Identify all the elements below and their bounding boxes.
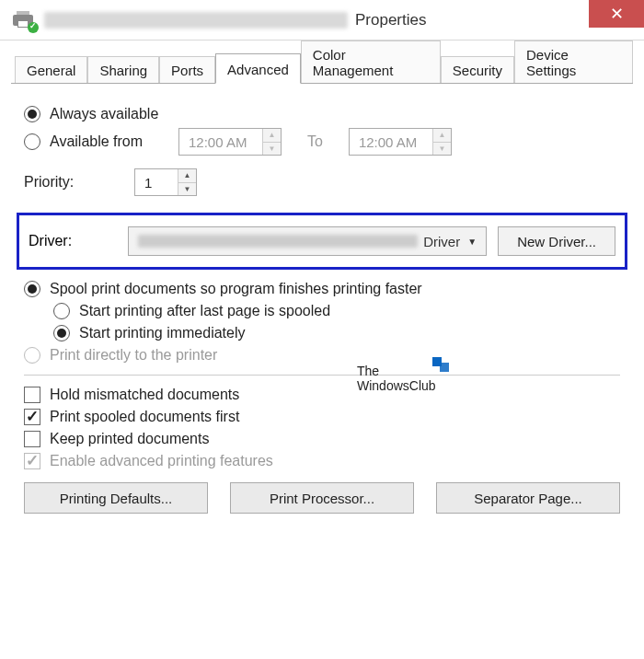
tab-ports[interactable]: Ports — [159, 56, 215, 83]
title-redacted — [44, 12, 348, 29]
chevron-up-icon[interactable]: ▲ — [178, 169, 196, 182]
tab-general[interactable]: General — [15, 56, 87, 83]
separator-page-button[interactable]: Separator Page... — [436, 482, 620, 514]
window-title: Properties — [355, 11, 426, 29]
label-always-available: Always available — [50, 106, 158, 122]
time-to-spinner[interactable]: ▲▼ — [349, 128, 452, 156]
driver-combobox[interactable]: Driver ▼ — [128, 226, 487, 256]
label-to: To — [307, 133, 323, 150]
driver-combo-text: Driver — [423, 234, 460, 249]
advanced-panel: Always available Available from ▲▼ To ▲▼… — [0, 84, 644, 523]
label-hold-mismatched: Hold mismatched documents — [50, 387, 239, 403]
close-button[interactable]: ✕ — [589, 0, 644, 28]
label-print-spooled-first: Print spooled documents first — [50, 409, 239, 425]
checkbox-print-spooled-first[interactable] — [24, 409, 40, 425]
tab-sharing[interactable]: Sharing — [87, 56, 159, 83]
chevron-down-icon[interactable]: ▼ — [178, 182, 196, 196]
tab-device-settings[interactable]: Device Settings — [514, 40, 633, 83]
label-driver: Driver: — [29, 233, 128, 249]
chevron-down-icon[interactable]: ▼ — [433, 142, 451, 156]
watermark-text: The WindowsClub — [357, 364, 436, 393]
printing-defaults-button[interactable]: Printing Defaults... — [24, 482, 208, 514]
tab-advanced[interactable]: Advanced — [215, 53, 301, 84]
titlebar: Properties ✕ — [0, 0, 644, 40]
driver-name-redacted — [138, 235, 418, 248]
print-processor-button[interactable]: Print Processor... — [230, 482, 414, 514]
checkbox-hold-mismatched[interactable] — [24, 387, 40, 403]
label-enable-advanced: Enable advanced printing features — [50, 453, 273, 469]
chevron-down-icon[interactable]: ▼ — [263, 142, 281, 156]
label-keep-printed: Keep printed documents — [50, 431, 209, 447]
radio-spool-documents[interactable] — [24, 281, 40, 297]
new-driver-button[interactable]: New Driver... — [498, 226, 615, 256]
close-icon: ✕ — [610, 4, 624, 24]
priority-input[interactable] — [135, 169, 178, 195]
radio-available-from[interactable] — [24, 133, 40, 150]
chevron-down-icon: ▼ — [467, 237, 477, 247]
label-start-after-spooled: Start printing after last page is spoole… — [79, 303, 330, 319]
radio-start-after-spooled[interactable] — [53, 303, 70, 319]
time-to-input[interactable] — [350, 129, 432, 155]
time-from-input[interactable] — [179, 129, 262, 155]
radio-always-available[interactable] — [24, 106, 40, 122]
label-start-immediately: Start printing immediately — [79, 325, 246, 341]
printer-icon — [11, 9, 37, 31]
priority-spinner[interactable]: ▲▼ — [134, 168, 197, 196]
separator — [24, 375, 620, 376]
time-from-spinner[interactable]: ▲▼ — [178, 128, 282, 156]
tab-strip: General Sharing Ports Advanced Color Man… — [11, 52, 633, 84]
label-print-direct: Print directly to the printer — [50, 347, 217, 364]
label-available-from: Available from — [50, 133, 178, 150]
radio-start-immediately[interactable] — [53, 325, 70, 341]
label-priority: Priority: — [24, 174, 134, 191]
chevron-up-icon[interactable]: ▲ — [433, 129, 451, 142]
radio-print-direct[interactable] — [24, 347, 40, 364]
checkbox-enable-advanced[interactable] — [24, 453, 40, 469]
tab-security[interactable]: Security — [441, 56, 514, 83]
label-spool-documents: Spool print documents so program finishe… — [50, 281, 422, 297]
checkbox-keep-printed[interactable] — [24, 431, 40, 447]
chevron-up-icon[interactable]: ▲ — [263, 129, 281, 142]
driver-highlight: Driver: Driver ▼ New Driver... — [17, 213, 627, 270]
tab-color-management[interactable]: Color Management — [301, 40, 441, 83]
